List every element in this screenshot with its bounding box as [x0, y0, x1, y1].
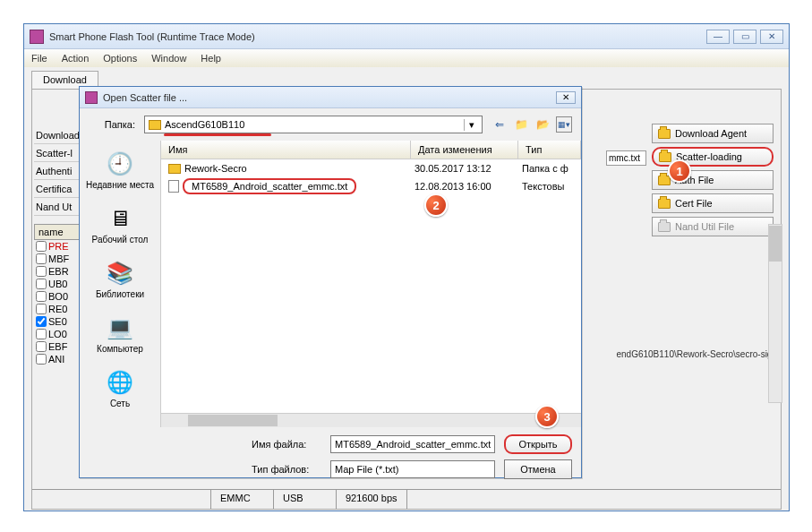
- folder-combobox[interactable]: AscendG610B110 ▾: [144, 116, 483, 133]
- file-row-scatter[interactable]: MT6589_Android_scatter_emmc.txt 12.08.20…: [161, 177, 581, 195]
- file-row-folder[interactable]: Rework-Secro 30.05.2017 13:12 Папка с ф: [161, 159, 581, 177]
- dialog-title: Open Scatter file ...: [103, 92, 556, 103]
- vertical-scrollbar[interactable]: [768, 224, 782, 403]
- dialog-close-button[interactable]: ✕: [556, 91, 576, 104]
- dialog-toolbar: Папка: AscendG610B110 ▾ ⇐ 📁 📂 ▦▾: [80, 108, 581, 141]
- new-folder-icon[interactable]: 📂: [534, 116, 551, 133]
- folder-icon: [659, 152, 671, 162]
- label-scatter: Scatter-l: [34, 145, 79, 162]
- chk-re0[interactable]: [36, 304, 47, 314]
- place-recent[interactable]: 🕘Недавние места: [80, 146, 160, 193]
- chk-lo0[interactable]: [36, 329, 47, 339]
- folder-icon: [168, 164, 181, 174]
- place-computer[interactable]: 💻Компьютер: [80, 310, 160, 357]
- menu-file[interactable]: File: [31, 53, 47, 64]
- dialog-icon: [85, 91, 98, 104]
- view-menu-icon[interactable]: ▦▾: [556, 116, 572, 133]
- row-se0: SE0: [48, 316, 67, 327]
- chk-mbf[interactable]: [36, 253, 47, 264]
- places-bar: 🕘Недавние места 🖥Рабочий стол 📚Библиотек…: [80, 141, 160, 427]
- callout-3: 3: [535, 405, 559, 428]
- download-agent-button[interactable]: Download Agent: [652, 124, 774, 143]
- cancel-button[interactable]: Отмена: [504, 459, 572, 479]
- chk-pre[interactable]: [36, 241, 47, 252]
- dialog-title-bar: Open Scatter file ... ✕: [80, 87, 581, 108]
- folder-value: AscendG610B110: [165, 119, 244, 130]
- status-speed: 921600 bps: [337, 490, 407, 509]
- folder-label: Папка:: [89, 119, 135, 130]
- chk-se0[interactable]: [36, 316, 47, 327]
- row-ani: ANI: [48, 354, 64, 365]
- file-list: Имя Дата изменения Тип Rework-Secro 30.0…: [160, 141, 581, 427]
- app-icon: [30, 30, 44, 44]
- column-headers: Имя Дата изменения Тип: [161, 141, 581, 159]
- open-file-dialog: Open Scatter file ... ✕ Папка: AscendG61…: [79, 86, 582, 478]
- cert-file-button[interactable]: Cert File: [652, 193, 774, 213]
- document-icon: [168, 180, 179, 193]
- back-icon[interactable]: ⇐: [491, 116, 508, 133]
- dialog-bottom: Имя файла: Открыть Тип файлов: Отмена: [80, 427, 581, 486]
- filetype-select[interactable]: [330, 460, 495, 478]
- folder-icon: [658, 222, 671, 232]
- label-auth: Authenti: [34, 163, 79, 180]
- row-bo0: BO0: [48, 291, 68, 302]
- minimize-button[interactable]: —: [706, 30, 730, 44]
- label-nand: Nand Ut: [34, 199, 79, 216]
- scatter-path-field[interactable]: mmc.txt: [606, 150, 646, 166]
- callout-2: 2: [424, 193, 448, 217]
- place-network[interactable]: 🌐Сеть: [80, 365, 160, 412]
- horizontal-scrollbar[interactable]: [161, 413, 581, 427]
- chevron-down-icon[interactable]: ▾: [464, 119, 478, 131]
- open-button[interactable]: Открыть: [504, 434, 572, 454]
- row-ub0: UB0: [48, 279, 67, 289]
- file-path-text: endG610B110\Rework-Secro\secro-sign: [571, 349, 777, 359]
- right-buttons: Download Agent Scatter-loading Auth File…: [652, 124, 774, 236]
- row-pre: PRE: [48, 241, 69, 252]
- col-date[interactable]: Дата изменения: [411, 141, 518, 159]
- chk-bo0[interactable]: [36, 291, 47, 302]
- chk-ebr[interactable]: [36, 266, 47, 277]
- menu-window[interactable]: Window: [151, 53, 186, 64]
- filetype-label: Тип файлов:: [169, 464, 321, 475]
- menu-options[interactable]: Options: [103, 53, 137, 64]
- folder-icon: [149, 120, 161, 130]
- row-mbf: MBF: [48, 253, 69, 264]
- col-name[interactable]: Имя: [161, 141, 411, 159]
- menu-help[interactable]: Help: [201, 53, 221, 64]
- nand-util-file-button[interactable]: Nand Util File: [652, 217, 774, 236]
- menu-bar: File Action Options Window Help: [24, 49, 789, 67]
- col-type[interactable]: Тип: [518, 141, 581, 159]
- folder-icon: [658, 129, 671, 139]
- label-cert: Certifica: [34, 181, 79, 198]
- filename-label: Имя файла:: [169, 439, 321, 450]
- menu-action[interactable]: Action: [62, 53, 90, 64]
- status-bar: EMMC USB 921600 bps: [32, 489, 781, 509]
- callout-1: 1: [668, 159, 691, 183]
- close-button[interactable]: ✕: [760, 30, 783, 44]
- chk-ebf[interactable]: [36, 341, 47, 352]
- maximize-button[interactable]: ▭: [733, 30, 756, 44]
- filename-input[interactable]: [330, 435, 495, 453]
- place-desktop[interactable]: 🖥Рабочий стол: [80, 201, 160, 248]
- window-title: Smart Phone Flash Tool (Runtime Trace Mo…: [49, 31, 706, 42]
- place-libraries[interactable]: 📚Библиотеки: [80, 255, 160, 303]
- chk-ub0[interactable]: [36, 279, 47, 289]
- status-storage: EMMC: [211, 490, 274, 509]
- annotation-underline: [164, 133, 271, 136]
- status-conn: USB: [274, 490, 337, 509]
- label-download: Download: [34, 127, 79, 144]
- folder-icon: [658, 199, 671, 209]
- row-ebr: EBR: [48, 266, 69, 277]
- row-ebf: EBF: [48, 341, 67, 352]
- chk-ani[interactable]: [36, 354, 47, 365]
- title-bar: Smart Phone Flash Tool (Runtime Trace Mo…: [24, 24, 789, 49]
- row-lo0: LO0: [48, 329, 67, 339]
- row-re0: RE0: [48, 304, 67, 314]
- up-folder-icon[interactable]: 📁: [513, 116, 529, 133]
